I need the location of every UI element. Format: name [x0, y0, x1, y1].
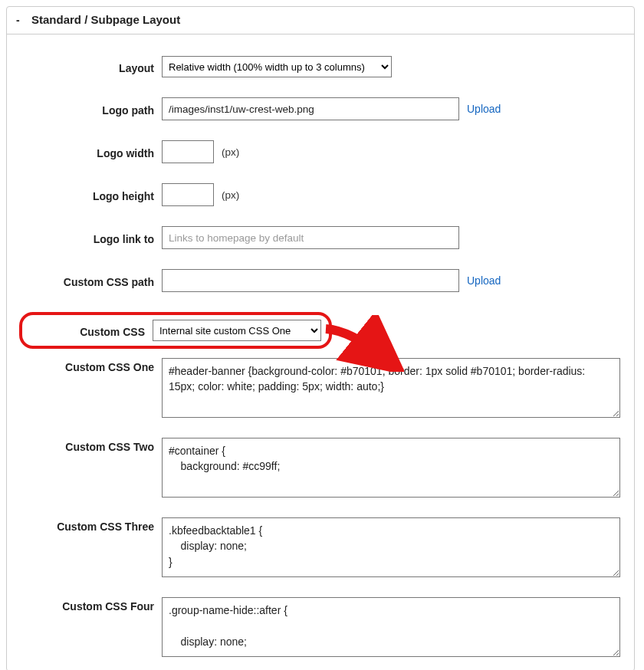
label-css-one: Custom CSS One: [19, 358, 154, 373]
logo-link-input[interactable]: [162, 226, 459, 249]
row-custom-css: Custom CSS Internal site custom CSS One: [7, 312, 352, 349]
highlight-annotation: Custom CSS Internal site custom CSS One: [19, 312, 332, 349]
logo-path-upload-link[interactable]: Upload: [467, 103, 501, 115]
row-layout: Layout Relative width (100% width up to …: [7, 56, 634, 77]
row-logo-width: Logo width (px): [7, 140, 634, 163]
logo-path-input[interactable]: [162, 97, 459, 120]
row-logo-link: Logo link to: [7, 226, 634, 249]
row-css-two: Custom CSS Two: [7, 438, 634, 498]
row-css-one: Custom CSS One: [7, 358, 634, 418]
row-css-four: Custom CSS Four: [7, 597, 634, 657]
logo-width-input[interactable]: [162, 140, 214, 163]
css-path-upload-link[interactable]: Upload: [467, 274, 501, 287]
row-css-three: Custom CSS Three: [7, 517, 634, 577]
label-css-path: Custom CSS path: [19, 273, 154, 288]
logo-width-suffix: (px): [222, 146, 239, 158]
css-four-textarea[interactable]: [162, 597, 620, 657]
label-logo-width: Logo width: [19, 144, 154, 159]
layout-select[interactable]: Relative width (100% width up to 3 colum…: [162, 56, 392, 77]
css-three-textarea[interactable]: [162, 517, 620, 577]
row-css-path: Custom CSS path Upload: [7, 269, 634, 292]
panel-header: - Standard / Subpage Layout: [7, 7, 634, 34]
css-one-textarea[interactable]: [162, 358, 620, 418]
custom-css-select[interactable]: Internal site custom CSS One: [153, 320, 321, 341]
label-css-three: Custom CSS Three: [19, 517, 154, 533]
row-logo-path: Logo path Upload: [7, 97, 634, 120]
label-logo-path: Logo path: [19, 101, 154, 117]
collapse-toggle-icon[interactable]: -: [16, 14, 24, 26]
logo-height-input[interactable]: [162, 183, 214, 206]
label-layout: Layout: [19, 59, 154, 74]
row-logo-height: Logo height (px): [7, 183, 634, 206]
logo-height-suffix: (px): [222, 189, 239, 201]
label-logo-height: Logo height: [19, 187, 154, 202]
label-css-two: Custom CSS Two: [19, 438, 154, 453]
panel-title: Standard / Subpage Layout: [31, 13, 180, 26]
css-two-textarea[interactable]: [162, 438, 620, 498]
settings-panel: - Standard / Subpage Layout Layout Relat…: [6, 6, 635, 670]
label-logo-link: Logo link to: [19, 230, 154, 245]
css-path-input[interactable]: [162, 269, 459, 292]
label-custom-css: Custom CSS: [22, 323, 145, 338]
label-css-four: Custom CSS Four: [19, 597, 154, 613]
